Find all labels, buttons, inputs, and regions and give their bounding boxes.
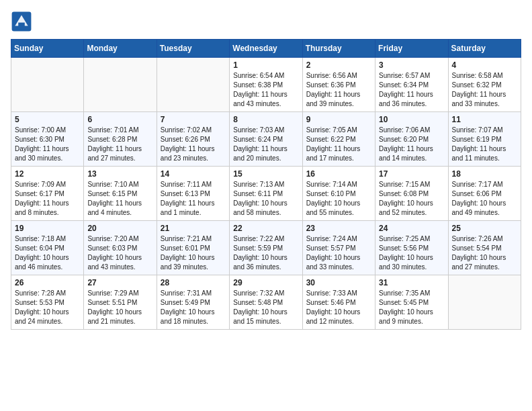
day-number: 11 [452,115,517,124]
day-info: Sunrise: 6:58 AM Sunset: 6:32 PM Dayligh… [452,71,517,109]
calendar-cell: 2Sunrise: 6:56 AM Sunset: 6:36 PM Daylig… [302,58,375,112]
calendar-cell: 19Sunrise: 7:18 AM Sunset: 6:04 PM Dayli… [11,221,84,275]
calendar-cell: 15Sunrise: 7:13 AM Sunset: 6:11 PM Dayli… [230,167,302,221]
day-number: 24 [379,224,444,233]
day-info: Sunrise: 7:02 AM Sunset: 6:26 PM Dayligh… [161,126,226,163]
weekday-header-tuesday: Tuesday [157,40,229,58]
calendar-cell: 16Sunrise: 7:14 AM Sunset: 6:10 PM Dayli… [302,167,375,221]
day-number: 28 [161,278,226,287]
day-info: Sunrise: 7:11 AM Sunset: 6:13 PM Dayligh… [161,180,226,218]
calendar-cell: 10Sunrise: 7:06 AM Sunset: 6:20 PM Dayli… [375,112,448,167]
calendar-cell: 30Sunrise: 7:33 AM Sunset: 5:46 PM Dayli… [302,275,375,330]
calendar-week-row: 19Sunrise: 7:18 AM Sunset: 6:04 PM Dayli… [11,221,521,275]
day-number: 22 [233,224,298,233]
day-info: Sunrise: 7:01 AM Sunset: 6:28 PM Dayligh… [87,126,152,163]
calendar-cell: 6Sunrise: 7:01 AM Sunset: 6:28 PM Daylig… [84,112,157,167]
calendar-cell: 5Sunrise: 7:00 AM Sunset: 6:30 PM Daylig… [11,112,84,167]
calendar-cell: 20Sunrise: 7:20 AM Sunset: 6:03 PM Dayli… [84,221,157,275]
day-info: Sunrise: 6:57 AM Sunset: 6:34 PM Dayligh… [379,71,444,109]
day-number: 25 [452,224,517,233]
calendar-cell: 4Sunrise: 6:58 AM Sunset: 6:32 PM Daylig… [448,58,521,112]
page-header [11,11,521,32]
day-number: 23 [306,224,371,233]
day-info: Sunrise: 7:00 AM Sunset: 6:30 PM Dayligh… [15,126,80,163]
day-info: Sunrise: 7:15 AM Sunset: 6:08 PM Dayligh… [379,180,444,218]
day-info: Sunrise: 7:03 AM Sunset: 6:24 PM Dayligh… [233,126,298,163]
day-info: Sunrise: 7:10 AM Sunset: 6:15 PM Dayligh… [87,180,152,218]
weekday-header-monday: Monday [84,40,157,58]
day-number: 8 [233,115,298,124]
day-info: Sunrise: 7:09 AM Sunset: 6:17 PM Dayligh… [15,180,80,218]
calendar-week-row: 1Sunrise: 6:54 AM Sunset: 6:38 PM Daylig… [11,58,521,112]
day-info: Sunrise: 7:17 AM Sunset: 6:06 PM Dayligh… [452,180,517,218]
calendar-cell [84,58,157,112]
day-info: Sunrise: 6:54 AM Sunset: 6:38 PM Dayligh… [233,71,298,109]
calendar-cell: 26Sunrise: 7:28 AM Sunset: 5:53 PM Dayli… [11,275,84,330]
calendar-cell: 12Sunrise: 7:09 AM Sunset: 6:17 PM Dayli… [11,167,84,221]
calendar-cell: 9Sunrise: 7:05 AM Sunset: 6:22 PM Daylig… [302,112,375,167]
day-number: 14 [161,169,226,179]
day-info: Sunrise: 7:20 AM Sunset: 6:03 PM Dayligh… [87,234,152,272]
calendar-week-row: 12Sunrise: 7:09 AM Sunset: 6:17 PM Dayli… [11,167,521,221]
day-info: Sunrise: 7:32 AM Sunset: 5:48 PM Dayligh… [233,289,298,326]
day-number: 6 [87,115,152,124]
calendar-cell: 21Sunrise: 7:21 AM Sunset: 6:01 PM Dayli… [157,221,229,275]
day-number: 10 [379,115,444,124]
calendar-week-row: 26Sunrise: 7:28 AM Sunset: 5:53 PM Dayli… [11,275,521,330]
day-info: Sunrise: 7:18 AM Sunset: 6:04 PM Dayligh… [15,234,80,272]
weekday-header-row: SundayMondayTuesdayWednesdayThursdayFrid… [11,40,521,58]
day-number: 13 [87,169,152,179]
svg-rect-2 [18,23,25,27]
calendar-cell [157,58,229,112]
day-info: Sunrise: 7:13 AM Sunset: 6:11 PM Dayligh… [233,180,298,218]
day-number: 20 [87,224,152,233]
day-number: 26 [15,278,80,287]
logo-icon [11,11,32,32]
calendar-cell: 1Sunrise: 6:54 AM Sunset: 6:38 PM Daylig… [230,58,302,112]
calendar-cell: 11Sunrise: 7:07 AM Sunset: 6:19 PM Dayli… [448,112,521,167]
day-number: 3 [379,60,444,70]
calendar-cell [11,58,84,112]
weekday-header-friday: Friday [375,40,448,58]
day-info: Sunrise: 6:56 AM Sunset: 6:36 PM Dayligh… [306,71,371,109]
calendar-cell: 22Sunrise: 7:22 AM Sunset: 5:59 PM Dayli… [230,221,302,275]
day-info: Sunrise: 7:28 AM Sunset: 5:53 PM Dayligh… [15,289,80,326]
calendar-cell: 17Sunrise: 7:15 AM Sunset: 6:08 PM Dayli… [375,167,448,221]
day-number: 12 [15,169,80,179]
calendar-cell: 29Sunrise: 7:32 AM Sunset: 5:48 PM Dayli… [230,275,302,330]
day-info: Sunrise: 7:22 AM Sunset: 5:59 PM Dayligh… [233,234,298,272]
day-number: 16 [306,169,371,179]
day-number: 4 [452,60,517,70]
day-info: Sunrise: 7:06 AM Sunset: 6:20 PM Dayligh… [379,126,444,163]
day-info: Sunrise: 7:25 AM Sunset: 5:56 PM Dayligh… [379,234,444,272]
logo [11,11,35,32]
weekday-header-thursday: Thursday [302,40,375,58]
day-number: 2 [306,60,371,70]
weekday-header-saturday: Saturday [448,40,521,58]
day-number: 18 [452,169,517,179]
calendar-cell: 28Sunrise: 7:31 AM Sunset: 5:49 PM Dayli… [157,275,229,330]
day-info: Sunrise: 7:21 AM Sunset: 6:01 PM Dayligh… [161,234,226,272]
calendar-cell: 14Sunrise: 7:11 AM Sunset: 6:13 PM Dayli… [157,167,229,221]
calendar-cell: 23Sunrise: 7:24 AM Sunset: 5:57 PM Dayli… [302,221,375,275]
day-info: Sunrise: 7:24 AM Sunset: 5:57 PM Dayligh… [306,234,371,272]
calendar-cell: 24Sunrise: 7:25 AM Sunset: 5:56 PM Dayli… [375,221,448,275]
calendar-week-row: 5Sunrise: 7:00 AM Sunset: 6:30 PM Daylig… [11,112,521,167]
calendar-cell: 8Sunrise: 7:03 AM Sunset: 6:24 PM Daylig… [230,112,302,167]
calendar-cell: 31Sunrise: 7:35 AM Sunset: 5:45 PM Dayli… [375,275,448,330]
calendar-cell [448,275,521,330]
day-info: Sunrise: 7:05 AM Sunset: 6:22 PM Dayligh… [306,126,371,163]
day-number: 15 [233,169,298,179]
day-number: 31 [379,278,444,287]
calendar-cell: 3Sunrise: 6:57 AM Sunset: 6:34 PM Daylig… [375,58,448,112]
day-number: 30 [306,278,371,287]
day-number: 7 [161,115,226,124]
day-number: 9 [306,115,371,124]
calendar-table: SundayMondayTuesdayWednesdayThursdayFrid… [11,39,521,330]
day-number: 21 [161,224,226,233]
weekday-header-wednesday: Wednesday [230,40,302,58]
calendar-cell: 18Sunrise: 7:17 AM Sunset: 6:06 PM Dayli… [448,167,521,221]
day-number: 5 [15,115,80,124]
day-number: 17 [379,169,444,179]
day-info: Sunrise: 7:14 AM Sunset: 6:10 PM Dayligh… [306,180,371,218]
